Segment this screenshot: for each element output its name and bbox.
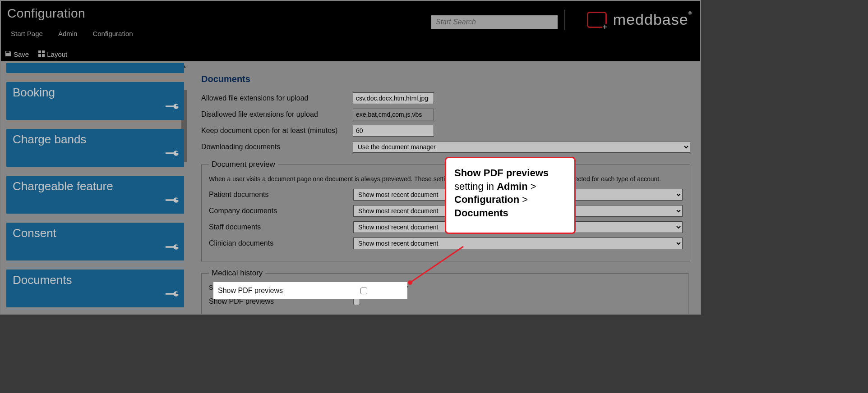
svg-line-0 <box>410 247 463 283</box>
keepopen-label: Keep document open for at least (minutes… <box>201 127 353 135</box>
layout-button[interactable]: Layout <box>38 50 67 59</box>
search-input[interactable] <box>431 15 558 29</box>
wrench-icon <box>165 146 179 163</box>
breadcrumb-configuration[interactable]: Configuration <box>92 30 133 37</box>
wrench-icon <box>165 287 179 304</box>
callout-text-4: > <box>528 181 536 192</box>
sidebar-item-label: Consent <box>13 226 56 240</box>
sidebar-item-partial[interactable] <box>6 63 184 73</box>
callout-strong-1: Show PDF previews <box>454 167 549 178</box>
keepopen-input[interactable] <box>353 125 434 137</box>
sidebar-item-label: Documents <box>13 273 72 287</box>
clinician-docs-label: Clinician documents <box>209 239 353 247</box>
breadcrumb-start-page[interactable]: Start Page <box>11 30 43 37</box>
downloading-select[interactable]: Use the document manager <box>353 141 690 153</box>
brand-mark-icon <box>587 12 607 28</box>
sidebar-item-consent[interactable]: Consent <box>6 223 184 260</box>
disallowed-ext-label: Disallowed file extensions for upload <box>201 110 353 119</box>
layout-label: Layout <box>47 50 67 58</box>
section-heading-documents: Documents <box>201 74 700 84</box>
sidebar-item-documents[interactable]: Documents <box>6 270 184 307</box>
floppy-icon <box>5 50 12 59</box>
sidebar-item-label: Chargeable feature <box>13 179 113 193</box>
callout-text-6: > <box>519 194 528 205</box>
company-docs-label: Company documents <box>209 207 353 215</box>
highlighted-show-pdf-row: Show PDF previews <box>213 282 407 299</box>
sidebar: Booking Charge bands Chargeable feature … <box>1 61 188 314</box>
staff-docs-label: Staff documents <box>209 223 353 231</box>
callout-text-2: setting in <box>454 181 497 192</box>
allowed-ext-input[interactable] <box>353 92 434 104</box>
clinician-docs-select[interactable]: Show most recent document <box>353 238 683 249</box>
medical-history-legend: Medical history <box>209 269 265 278</box>
callout-strong-5: Configuration <box>454 194 519 205</box>
callout-strong-3: Admin <box>497 181 527 192</box>
save-label: Save <box>14 50 29 58</box>
brand-text: meddbase® <box>613 11 692 28</box>
downloading-label: Downloading documents <box>201 143 353 151</box>
wrench-icon <box>165 193 179 210</box>
callout-pointer-line <box>405 244 468 289</box>
document-preview-legend: Document preview <box>209 160 278 169</box>
top-bar: Configuration Start Page Admin Configura… <box>1 1 700 61</box>
wrench-icon <box>165 63 179 69</box>
annotation-callout: Show PDF previews setting in Admin > Con… <box>445 157 576 234</box>
grid-icon <box>38 50 45 59</box>
callout-strong-7: Documents <box>454 207 508 219</box>
sidebar-item-label: Charge bands <box>13 133 86 146</box>
show-pdf-label-highlight: Show PDF previews <box>218 287 360 295</box>
show-pdf-checkbox-highlight[interactable] <box>360 288 367 294</box>
wrench-icon <box>165 240 179 257</box>
brand-logo: meddbase® <box>587 11 692 28</box>
save-button[interactable]: Save <box>5 50 29 59</box>
svg-point-1 <box>408 280 412 285</box>
logo-separator <box>564 10 565 30</box>
allowed-ext-label: Allowed file extensions for upload <box>201 94 353 102</box>
breadcrumb-admin[interactable]: Admin <box>58 30 78 37</box>
sidebar-item-chargeable-feature[interactable]: Chargeable feature <box>6 176 184 214</box>
disallowed-ext-input[interactable] <box>353 109 434 120</box>
patient-docs-label: Patient documents <box>209 191 353 199</box>
wrench-icon <box>165 100 179 116</box>
sidebar-item-label: Booking <box>13 86 55 99</box>
sidebar-item-charge-bands[interactable]: Charge bands <box>6 129 184 167</box>
sidebar-item-booking[interactable]: Booking <box>6 82 184 120</box>
